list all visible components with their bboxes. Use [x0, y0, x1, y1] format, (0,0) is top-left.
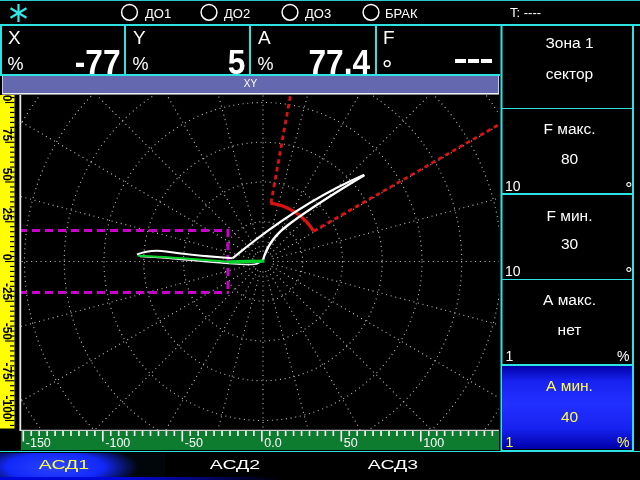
svg-text:-75: -75 — [0, 362, 14, 380]
svg-text:100: 100 — [423, 436, 444, 450]
svg-text:50: 50 — [0, 168, 14, 182]
svg-text:0.0: 0.0 — [264, 436, 281, 450]
svg-text:100: 100 — [0, 81, 14, 101]
svg-text:-150: -150 — [26, 436, 51, 450]
svg-text:-100: -100 — [0, 395, 14, 419]
svg-text:-25: -25 — [0, 283, 14, 301]
svg-text:-100: -100 — [105, 436, 130, 450]
svg-text:50: 50 — [344, 436, 358, 450]
svg-text:75: 75 — [0, 128, 14, 142]
svg-text:25: 25 — [0, 207, 14, 221]
svg-text:-50: -50 — [185, 436, 203, 450]
svg-text:0: 0 — [0, 254, 14, 261]
svg-text:-50: -50 — [0, 323, 14, 341]
